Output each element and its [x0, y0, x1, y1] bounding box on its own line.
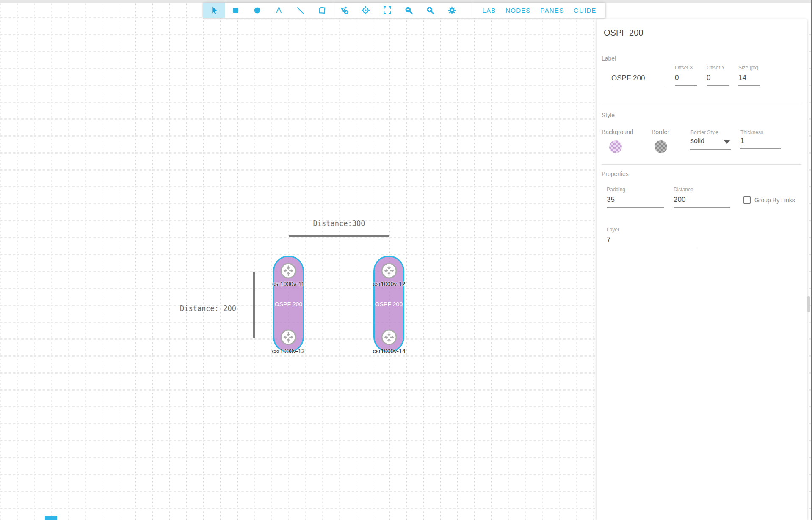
polygon-icon [317, 6, 327, 15]
size-label: Size (px) [738, 65, 760, 71]
zoom-in-tool-button[interactable] [420, 3, 441, 18]
add-node-tool-button[interactable] [333, 3, 355, 18]
offset-y-label: Offset Y [707, 65, 729, 71]
menu-nodes[interactable]: NODES [505, 7, 530, 14]
style-section-heading: Style [602, 112, 615, 118]
menu-guide[interactable]: GUIDE [574, 7, 597, 14]
panel-top-cover [597, 0, 812, 19]
toolbar-menu: LAB NODES PANES GUIDE [473, 3, 605, 18]
node-label[interactable]: csr1000v-12 [364, 281, 414, 287]
label-input[interactable] [611, 74, 666, 86]
distance-300-annotation-label[interactable]: Distance:300 [289, 219, 389, 228]
locate-tool-button[interactable] [355, 3, 376, 18]
gear-icon [447, 6, 457, 15]
ellipse-tool-button[interactable] [246, 3, 268, 18]
node-csr1000v-14[interactable] [381, 329, 398, 346]
add-node-icon [339, 5, 349, 15]
properties-section-heading: Properties [602, 171, 629, 177]
toolbar: A [203, 3, 605, 18]
layer-field: Layer [607, 227, 697, 248]
node-csr1000v-12[interactable] [381, 262, 398, 279]
border-style-select[interactable]: solid [690, 137, 731, 150]
line-tool-button[interactable] [290, 3, 311, 18]
distance-200-annotation-line[interactable] [253, 272, 255, 338]
node-label[interactable]: csr1000v-14 [364, 348, 414, 355]
menu-panes[interactable]: PANES [540, 7, 564, 14]
section-divider [602, 164, 801, 165]
settings-tool-button[interactable] [441, 3, 463, 18]
zoom-in-icon [425, 6, 435, 15]
select-tool-button[interactable] [203, 3, 225, 18]
distance-input[interactable] [674, 195, 730, 208]
zoom-out-icon [404, 6, 414, 15]
group-label: OSPF 200 [375, 301, 403, 308]
vertical-scrollbar-thumb[interactable] [807, 296, 810, 312]
offset-y-field: Offset Y [707, 65, 729, 86]
square-icon [231, 6, 240, 15]
node-label[interactable]: csr1000v-11 [263, 281, 314, 287]
node-label[interactable]: csr1000v-13 [263, 348, 314, 355]
section-divider [602, 104, 801, 104]
distance-300-annotation-line[interactable] [289, 235, 389, 237]
thickness-field [740, 137, 781, 149]
panel-title: OSPF 200 [604, 28, 643, 38]
label-field [611, 74, 666, 86]
zoom-out-tool-button[interactable] [398, 3, 420, 18]
text-tool-icon: A [276, 6, 282, 15]
offset-y-input[interactable] [707, 74, 729, 86]
text-tool-button[interactable]: A [268, 3, 290, 18]
offset-x-input[interactable] [675, 74, 697, 86]
rectangle-tool-button[interactable] [225, 3, 246, 18]
background-label: Background [602, 129, 633, 135]
offset-x-label: Offset X [675, 65, 697, 71]
fullscreen-icon [383, 6, 392, 15]
border-style-label: Border Style [690, 129, 718, 135]
chevron-down-icon [724, 140, 730, 144]
distance-label: Distance [674, 187, 730, 193]
node-csr1000v-13[interactable] [280, 329, 297, 346]
cursor-icon [209, 6, 219, 15]
size-input[interactable] [738, 74, 760, 86]
thickness-label: Thickness [740, 129, 763, 135]
label-section-heading: Label [602, 55, 616, 62]
distance-field: Distance [674, 187, 730, 208]
horizontal-scrollbar-thumb[interactable] [45, 516, 57, 520]
fit-screen-tool-button[interactable] [376, 3, 398, 18]
node-csr1000v-11[interactable] [280, 262, 297, 279]
border-label: Border [652, 129, 669, 135]
padding-label: Padding [607, 187, 664, 193]
size-field: Size (px) [738, 65, 760, 86]
circle-icon [252, 6, 262, 15]
menu-lab[interactable]: LAB [482, 7, 496, 14]
border-style-value: solid [690, 137, 704, 144]
group-by-links-label: Group By Links [754, 197, 795, 204]
distance-200-annotation-label[interactable]: Distance: 200 [177, 304, 236, 313]
padding-field: Padding [607, 187, 664, 208]
group-by-links-checkbox[interactable] [743, 196, 751, 204]
layer-input[interactable] [607, 236, 697, 248]
app-window: A [0, 0, 812, 520]
offset-x-field: Offset X [675, 65, 697, 86]
group-label: OSPF 200 [274, 301, 303, 308]
line-icon [296, 6, 305, 15]
properties-panel: OSPF 200 Label Offset X Offset Y Size (p… [597, 19, 807, 520]
background-color-swatch[interactable] [609, 140, 622, 153]
padding-input[interactable] [607, 195, 664, 208]
crosshair-icon [361, 6, 370, 15]
thickness-input[interactable] [740, 137, 781, 149]
border-color-swatch[interactable] [655, 140, 667, 153]
layer-label: Layer [607, 227, 697, 233]
polygon-tool-button[interactable] [311, 3, 333, 18]
